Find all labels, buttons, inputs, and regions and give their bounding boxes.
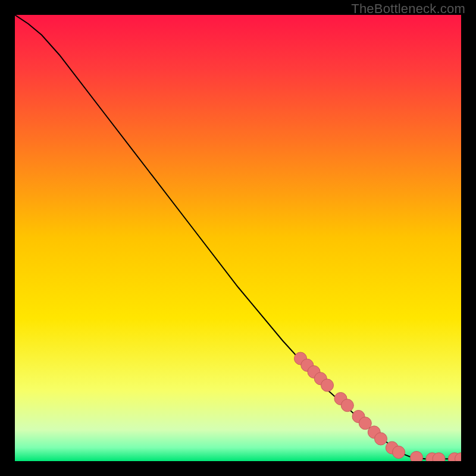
bottleneck-chart xyxy=(15,15,461,461)
data-marker xyxy=(321,379,334,392)
chart-container: TheBottleneck.com xyxy=(0,0,476,476)
gradient-background xyxy=(15,15,461,461)
data-marker xyxy=(341,399,353,412)
data-marker xyxy=(411,452,423,462)
data-marker xyxy=(393,446,405,459)
data-marker xyxy=(375,433,387,445)
